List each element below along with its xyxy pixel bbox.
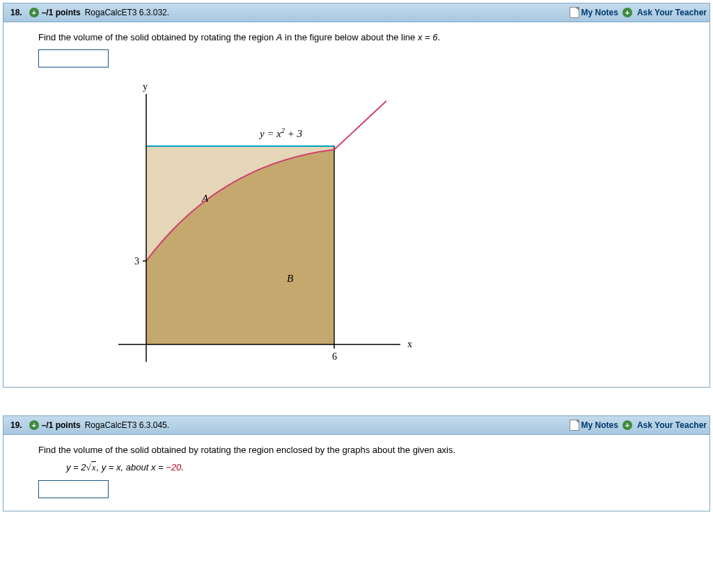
problem-19: 19. + –/1 points RogaCalcET3 6.3.045. My…: [3, 415, 710, 511]
figure-svg: 3 6 y x y = x2 + 3 A B: [108, 80, 442, 372]
problem-number: 19.: [10, 420, 22, 430]
problem-body: Find the volume of the solid obtained by…: [3, 435, 710, 511]
plus-icon[interactable]: +: [29, 420, 39, 430]
header-actions: My Notes + Ask Your Teacher: [570, 7, 707, 18]
problem-number: 18.: [10, 8, 22, 17]
my-notes-button[interactable]: My Notes: [570, 7, 618, 18]
problem-18: 18. + –/1 points RogaCalcET3 6.3.032. My…: [3, 3, 710, 388]
curves-prefix: y = 2: [66, 462, 86, 472]
plus-icon: +: [622, 420, 632, 430]
axis-value: −20: [166, 462, 181, 472]
period: .: [437, 32, 440, 42]
radicand: x: [91, 461, 97, 472]
ask-teacher-button[interactable]: + Ask Your Teacher: [622, 420, 707, 430]
prompt-before: Find the volume of the solid obtained by…: [38, 32, 276, 42]
plus-icon: +: [622, 8, 632, 17]
figure: 3 6 y x y = x2 + 3 A B: [108, 80, 675, 374]
problem-header: 19. + –/1 points RogaCalcET3 6.3.045. My…: [3, 416, 710, 435]
my-notes-label: My Notes: [581, 8, 618, 17]
my-notes-button[interactable]: My Notes: [570, 420, 618, 431]
problem-prompt: Find the volume of the solid obtained by…: [38, 445, 675, 455]
region-label: A: [276, 32, 283, 42]
reference-label: RogaCalcET3 6.3.032.: [85, 8, 169, 17]
period: .: [181, 462, 184, 472]
problem-prompt: Find the volume of the solid obtained by…: [38, 32, 675, 42]
points-label: –/1 points: [42, 8, 81, 17]
x-tick-label: 6: [332, 351, 337, 362]
reference-label: RogaCalcET3 6.3.045.: [85, 420, 169, 430]
problem-header: 18. + –/1 points RogaCalcET3 6.3.032. My…: [3, 3, 710, 22]
y-axis-label: y: [143, 81, 148, 92]
header-actions: My Notes + Ask Your Teacher: [570, 420, 707, 431]
region-a-label: A: [201, 193, 209, 204]
answer-input[interactable]: [38, 49, 109, 67]
ask-teacher-button[interactable]: + Ask Your Teacher: [622, 8, 707, 17]
problem-body: Find the volume of the solid obtained by…: [3, 22, 710, 387]
my-notes-label: My Notes: [581, 420, 618, 430]
region-b-label: B: [287, 273, 293, 284]
curve-equation-label: y = x2 + 3: [258, 127, 302, 139]
x-axis-label: x: [407, 339, 412, 349]
curves-mid: , y = x, about x =: [96, 462, 166, 472]
prompt-after: in the figure below about the line: [283, 32, 418, 42]
ask-teacher-label: Ask Your Teacher: [637, 8, 707, 17]
answer-input[interactable]: [38, 480, 109, 498]
y-tick-label: 3: [134, 256, 139, 267]
line-eq: x = 6: [418, 32, 438, 42]
points-label: –/1 points: [42, 420, 81, 430]
ask-teacher-label: Ask Your Teacher: [637, 420, 707, 430]
plus-icon[interactable]: +: [29, 8, 39, 17]
curves-line: y = 2√x, y = x, about x = −20.: [66, 462, 675, 473]
notes-icon: [570, 7, 579, 18]
notes-icon: [570, 420, 579, 431]
